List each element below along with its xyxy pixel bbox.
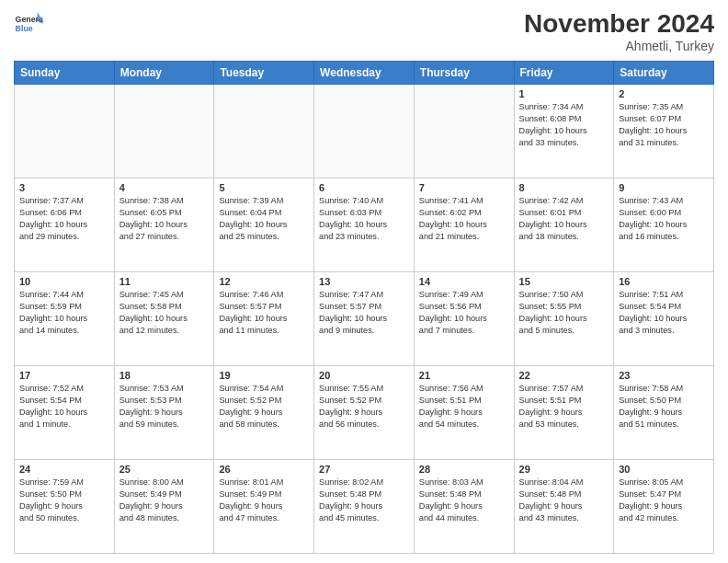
day-number: 8 (519, 182, 609, 193)
day-number: 17 (19, 370, 109, 381)
day-cell: 20Sunrise: 7:55 AM Sunset: 5:52 PM Dayli… (314, 366, 415, 460)
week-row-2: 10Sunrise: 7:44 AM Sunset: 5:59 PM Dayli… (15, 272, 714, 366)
day-cell: 21Sunrise: 7:56 AM Sunset: 5:51 PM Dayli… (414, 366, 514, 460)
day-number: 11 (119, 276, 210, 287)
page: General Blue November 2024 Ahmetli, Turk… (0, 0, 728, 563)
day-info: Sunrise: 8:00 AM Sunset: 5:49 PM Dayligh… (119, 477, 210, 524)
day-number: 23 (619, 370, 709, 381)
week-row-4: 24Sunrise: 7:59 AM Sunset: 5:50 PM Dayli… (15, 460, 714, 554)
day-number: 29 (519, 464, 609, 475)
day-info: Sunrise: 7:47 AM Sunset: 5:57 PM Dayligh… (319, 289, 409, 337)
day-info: Sunrise: 7:51 AM Sunset: 5:54 PM Dayligh… (619, 289, 709, 337)
calendar-table: SundayMondayTuesdayWednesdayThursdayFrid… (14, 61, 714, 554)
day-cell: 5Sunrise: 7:39 AM Sunset: 6:04 PM Daylig… (214, 178, 314, 272)
week-row-3: 17Sunrise: 7:52 AM Sunset: 5:54 PM Dayli… (15, 366, 714, 460)
day-number: 4 (119, 182, 210, 193)
day-number: 6 (319, 182, 409, 193)
day-cell: 12Sunrise: 7:46 AM Sunset: 5:57 PM Dayli… (214, 272, 314, 366)
day-number: 15 (519, 276, 609, 287)
logo: General Blue (14, 9, 43, 39)
svg-text:Blue: Blue (16, 24, 33, 33)
month-title: November 2024 (524, 9, 714, 39)
day-info: Sunrise: 7:41 AM Sunset: 6:02 PM Dayligh… (419, 195, 509, 243)
day-cell: 9Sunrise: 7:43 AM Sunset: 6:00 PM Daylig… (614, 178, 714, 272)
day-number: 24 (19, 464, 109, 475)
day-number: 3 (19, 182, 109, 193)
day-cell: 6Sunrise: 7:40 AM Sunset: 6:03 PM Daylig… (314, 178, 415, 272)
day-info: Sunrise: 7:52 AM Sunset: 5:54 PM Dayligh… (19, 383, 109, 431)
day-cell (15, 85, 115, 178)
day-number: 16 (619, 276, 709, 287)
day-number: 18 (119, 370, 210, 381)
title-block: November 2024 Ahmetli, Turkey (524, 9, 714, 53)
day-info: Sunrise: 7:34 AM Sunset: 6:08 PM Dayligh… (519, 101, 609, 149)
day-number: 10 (19, 276, 109, 287)
day-number: 28 (419, 464, 509, 475)
day-cell: 3Sunrise: 7:37 AM Sunset: 6:06 PM Daylig… (15, 178, 115, 272)
week-row-1: 3Sunrise: 7:37 AM Sunset: 6:06 PM Daylig… (15, 178, 714, 272)
day-cell: 17Sunrise: 7:52 AM Sunset: 5:54 PM Dayli… (15, 366, 115, 460)
day-number: 20 (319, 370, 409, 381)
weekday-header-row: SundayMondayTuesdayWednesdayThursdayFrid… (15, 62, 714, 85)
weekday-header-sunday: Sunday (15, 62, 115, 85)
weekday-header-tuesday: Tuesday (214, 62, 314, 85)
weekday-header-saturday: Saturday (614, 62, 714, 85)
day-cell (414, 85, 514, 178)
day-cell: 19Sunrise: 7:54 AM Sunset: 5:52 PM Dayli… (214, 366, 314, 460)
day-number: 27 (319, 464, 409, 475)
day-number: 14 (419, 276, 509, 287)
day-cell: 26Sunrise: 8:01 AM Sunset: 5:49 PM Dayli… (214, 460, 314, 554)
day-number: 13 (319, 276, 409, 287)
day-info: Sunrise: 7:43 AM Sunset: 6:00 PM Dayligh… (619, 195, 709, 243)
day-number: 26 (219, 464, 309, 475)
day-info: Sunrise: 7:46 AM Sunset: 5:57 PM Dayligh… (219, 289, 309, 337)
day-info: Sunrise: 7:59 AM Sunset: 5:50 PM Dayligh… (19, 477, 109, 524)
day-info: Sunrise: 7:42 AM Sunset: 6:01 PM Dayligh… (519, 195, 609, 243)
day-number: 5 (219, 182, 309, 193)
day-cell: 23Sunrise: 7:58 AM Sunset: 5:50 PM Dayli… (614, 366, 714, 460)
day-info: Sunrise: 7:58 AM Sunset: 5:50 PM Dayligh… (619, 383, 709, 431)
day-info: Sunrise: 7:39 AM Sunset: 6:04 PM Dayligh… (219, 195, 309, 243)
day-info: Sunrise: 7:37 AM Sunset: 6:06 PM Dayligh… (19, 195, 109, 243)
day-info: Sunrise: 8:04 AM Sunset: 5:48 PM Dayligh… (519, 477, 609, 524)
day-info: Sunrise: 8:03 AM Sunset: 5:48 PM Dayligh… (419, 477, 509, 524)
day-info: Sunrise: 7:55 AM Sunset: 5:52 PM Dayligh… (319, 383, 409, 431)
day-cell: 30Sunrise: 8:05 AM Sunset: 5:47 PM Dayli… (614, 460, 714, 554)
day-info: Sunrise: 7:56 AM Sunset: 5:51 PM Dayligh… (419, 383, 509, 431)
day-info: Sunrise: 7:54 AM Sunset: 5:52 PM Dayligh… (219, 383, 309, 431)
day-number: 22 (519, 370, 609, 381)
day-number: 7 (419, 182, 509, 193)
day-info: Sunrise: 8:02 AM Sunset: 5:48 PM Dayligh… (319, 477, 409, 524)
day-cell: 24Sunrise: 7:59 AM Sunset: 5:50 PM Dayli… (15, 460, 115, 554)
day-cell: 14Sunrise: 7:49 AM Sunset: 5:56 PM Dayli… (414, 272, 514, 366)
day-cell: 27Sunrise: 8:02 AM Sunset: 5:48 PM Dayli… (314, 460, 415, 554)
weekday-header-wednesday: Wednesday (314, 62, 415, 85)
day-info: Sunrise: 8:05 AM Sunset: 5:47 PM Dayligh… (619, 477, 709, 524)
day-number: 12 (219, 276, 309, 287)
day-info: Sunrise: 7:53 AM Sunset: 5:53 PM Dayligh… (119, 383, 210, 431)
day-info: Sunrise: 7:57 AM Sunset: 5:51 PM Dayligh… (519, 383, 609, 431)
day-info: Sunrise: 7:49 AM Sunset: 5:56 PM Dayligh… (419, 289, 509, 337)
day-number: 9 (619, 182, 709, 193)
day-number: 19 (219, 370, 309, 381)
day-cell (114, 85, 214, 178)
day-cell (314, 85, 415, 178)
day-info: Sunrise: 7:35 AM Sunset: 6:07 PM Dayligh… (619, 101, 709, 149)
weekday-header-thursday: Thursday (414, 62, 514, 85)
day-cell: 8Sunrise: 7:42 AM Sunset: 6:01 PM Daylig… (514, 178, 614, 272)
day-number: 21 (419, 370, 509, 381)
weekday-header-friday: Friday (514, 62, 614, 85)
day-number: 30 (619, 464, 709, 475)
day-info: Sunrise: 7:45 AM Sunset: 5:58 PM Dayligh… (119, 289, 210, 337)
day-cell: 28Sunrise: 8:03 AM Sunset: 5:48 PM Dayli… (414, 460, 514, 554)
header: General Blue November 2024 Ahmetli, Turk… (14, 9, 714, 53)
day-cell: 10Sunrise: 7:44 AM Sunset: 5:59 PM Dayli… (15, 272, 115, 366)
day-cell: 1Sunrise: 7:34 AM Sunset: 6:08 PM Daylig… (514, 85, 614, 178)
weekday-header-monday: Monday (114, 62, 214, 85)
day-cell: 4Sunrise: 7:38 AM Sunset: 6:05 PM Daylig… (114, 178, 214, 272)
day-info: Sunrise: 8:01 AM Sunset: 5:49 PM Dayligh… (219, 477, 309, 524)
day-number: 25 (119, 464, 210, 475)
day-number: 1 (519, 88, 609, 99)
day-info: Sunrise: 7:50 AM Sunset: 5:55 PM Dayligh… (519, 289, 609, 337)
day-cell: 29Sunrise: 8:04 AM Sunset: 5:48 PM Dayli… (514, 460, 614, 554)
